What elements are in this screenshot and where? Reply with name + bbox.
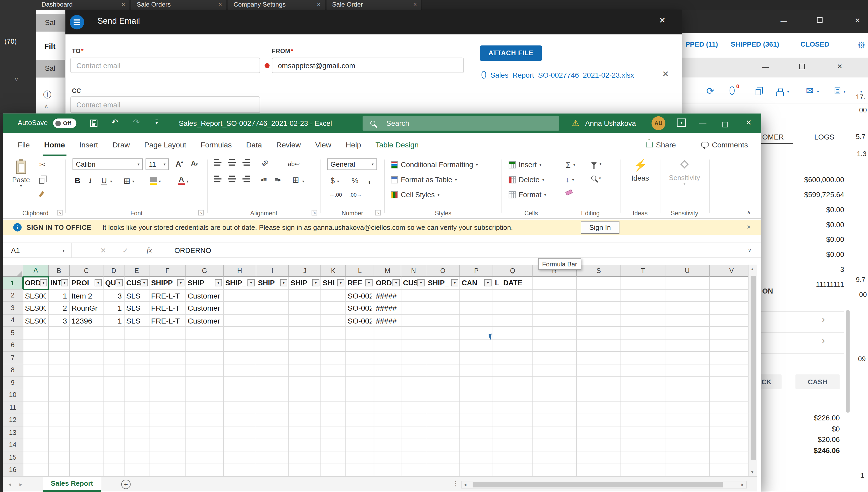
collapse-ribbon-icon[interactable]: ∧: [747, 209, 751, 215]
insert-cells-button[interactable]: Insert▾: [509, 161, 541, 169]
align-bottom-icon[interactable]: [242, 158, 250, 169]
cell-L3[interactable]: SO-002: [348, 304, 371, 314]
cut-icon[interactable]: ✂: [39, 161, 45, 169]
cell-F2[interactable]: FRE-L-T: [151, 292, 183, 301]
ribbon-tab-page-layout[interactable]: Page Layout: [137, 133, 194, 156]
tab-close-icon[interactable]: ×: [317, 1, 321, 8]
oms-tab-omer[interactable]: OMER: [762, 133, 784, 141]
column-header-K[interactable]: K: [321, 265, 346, 277]
column-header-I[interactable]: I: [256, 265, 289, 277]
attachment-link[interactable]: Sales_Report_SO-0027746_2021-02-23.xlsx: [490, 71, 634, 79]
font-dialog-launcher[interactable]: ↘: [198, 210, 204, 215]
increase-decimal-icon[interactable]: ←.00: [329, 192, 342, 198]
ribbon-tab-home[interactable]: Home: [37, 133, 72, 156]
align-middle-icon[interactable]: [228, 158, 236, 169]
browser-tab-company-settings[interactable]: Company Settings×: [228, 0, 326, 10]
filter-button-G[interactable]: ▾: [215, 279, 222, 286]
scroll-left-icon[interactable]: ◂: [464, 482, 466, 487]
cc-input[interactable]: [70, 96, 260, 113]
column-header-T[interactable]: T: [621, 265, 665, 277]
row-header-14[interactable]: 14: [3, 439, 23, 451]
conditional-formatting-button[interactable]: Conditional Formatting▾: [391, 161, 478, 169]
tab-close-icon[interactable]: ×: [122, 1, 125, 8]
ribbon-tab-data[interactable]: Data: [239, 133, 269, 156]
chevron-down-icon[interactable]: ▾: [844, 90, 845, 94]
row-header-15[interactable]: 15: [3, 451, 23, 464]
avatar[interactable]: AU: [652, 116, 665, 130]
attachment-icon[interactable]: [730, 87, 735, 97]
align-top-icon[interactable]: [214, 158, 221, 169]
increase-indent-icon[interactable]: ≡▸: [275, 176, 281, 183]
alignment-dialog-launcher[interactable]: ↘: [311, 210, 317, 215]
column-header-V[interactable]: V: [710, 265, 748, 277]
format-painter-icon[interactable]: [41, 190, 43, 200]
cell-A4[interactable]: SLS002: [25, 316, 46, 326]
filter-button-J[interactable]: ▾: [312, 279, 320, 286]
filter-button-E[interactable]: ▾: [141, 279, 148, 286]
document-icon[interactable]: [835, 87, 840, 96]
minimize-icon[interactable]: —: [699, 119, 706, 127]
ribbon-tab-formulas[interactable]: Formulas: [194, 133, 239, 156]
column-header-C[interactable]: C: [70, 265, 103, 277]
filter-button-K[interactable]: ▾: [337, 279, 344, 286]
gear-icon[interactable]: ⚙: [858, 40, 865, 50]
font-size-select[interactable]: 11▾: [146, 158, 169, 170]
shrink-font-icon[interactable]: A▾: [191, 159, 198, 167]
cell-L4[interactable]: SO-002: [348, 316, 371, 326]
copy-icon[interactable]: [39, 176, 44, 186]
select-all-corner[interactable]: [3, 265, 23, 277]
info-icon[interactable]: ⓘ: [43, 90, 52, 100]
column-header-E[interactable]: E: [124, 265, 149, 277]
banner-close-icon[interactable]: ×: [747, 223, 751, 231]
decrease-decimal-icon[interactable]: .00→: [350, 192, 362, 198]
scroll-down-icon[interactable]: ▾: [751, 470, 753, 475]
cell-M2[interactable]: #####: [376, 292, 399, 301]
cell-F4[interactable]: FRE-L-T: [151, 316, 183, 326]
column-header-F[interactable]: F: [149, 265, 186, 277]
warning-icon[interactable]: ⚠: [572, 118, 579, 128]
italic-icon[interactable]: I: [89, 176, 92, 185]
currency-icon[interactable]: $: [330, 176, 335, 185]
ribbon-tab-draw[interactable]: Draw: [105, 133, 137, 156]
maximize-icon[interactable]: [722, 120, 728, 129]
next-sheet-icon[interactable]: ▸: [20, 481, 22, 487]
share-button[interactable]: Share: [646, 138, 676, 152]
tab-close-icon[interactable]: ×: [219, 1, 222, 8]
fill-color-icon[interactable]: [150, 177, 157, 182]
row-header-4[interactable]: 4: [3, 314, 23, 327]
chevron-down-icon[interactable]: ∨: [15, 76, 19, 82]
cell-G2[interactable]: Customer 3: [187, 292, 221, 301]
filter-button-P[interactable]: ▾: [484, 279, 491, 286]
ribbon-tab-file[interactable]: File: [10, 133, 37, 156]
oms-filter-0[interactable]: PPED (11): [685, 41, 718, 48]
borders-icon[interactable]: ⊞: [123, 176, 130, 186]
filter-button-A[interactable]: ▾: [40, 279, 47, 286]
column-header-M[interactable]: M: [374, 265, 401, 277]
prev-sheet-icon[interactable]: ◂: [8, 481, 11, 487]
attach-file-button[interactable]: ATTACH FILE: [480, 46, 542, 61]
save-icon[interactable]: [90, 119, 97, 129]
cell-D3[interactable]: 1: [105, 304, 122, 314]
ideas-button[interactable]: ⚡ Ideas: [623, 158, 658, 182]
column-header-D[interactable]: D: [103, 265, 124, 277]
sort-filter-button[interactable]: ▾: [591, 162, 602, 166]
column-header-S[interactable]: S: [577, 265, 621, 277]
clear-button[interactable]: [566, 191, 572, 195]
chevron-down-icon[interactable]: ▾: [787, 90, 789, 94]
autosum-button[interactable]: Σ▾: [566, 161, 575, 170]
cell-B2[interactable]: 1: [50, 292, 67, 301]
row-header-12[interactable]: 12: [3, 414, 23, 426]
fx-icon[interactable]: fx: [147, 246, 152, 255]
format-cells-button[interactable]: Format▾: [509, 191, 546, 199]
close-icon[interactable]: ✕: [837, 63, 842, 70]
font-color-icon[interactable]: A: [179, 175, 184, 183]
sign-in-button[interactable]: Sign In: [581, 221, 619, 233]
row-header-10[interactable]: 10: [3, 389, 23, 401]
column-header-H[interactable]: H: [224, 265, 256, 277]
horizontal-scrollbar[interactable]: ◂ ▸: [461, 481, 747, 488]
filter-button-B[interactable]: ▾: [61, 279, 68, 286]
font-color-caret-icon[interactable]: ▾: [186, 179, 188, 184]
align-right-icon[interactable]: [242, 175, 250, 185]
ribbon-tab-insert[interactable]: Insert: [72, 133, 105, 156]
new-sheet-button[interactable]: +: [121, 479, 131, 489]
